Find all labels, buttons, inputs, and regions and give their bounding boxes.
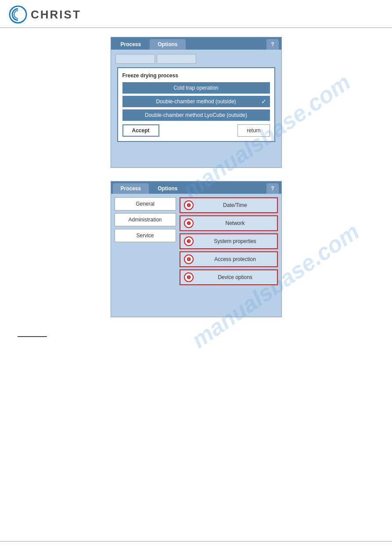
tab-question-1[interactable]: ?: [266, 39, 278, 50]
administration-button[interactable]: Administration: [115, 213, 176, 226]
return-button[interactable]: return: [237, 124, 270, 137]
panel-2: Process Options ? General Administration…: [111, 181, 282, 317]
option-num-4: ❹: [184, 254, 194, 264]
option-label-4: Access protection: [197, 256, 273, 262]
bottom-section: __________: [18, 330, 47, 337]
bottom-underline-text: __________: [18, 331, 47, 337]
christ-logo-icon: [9, 5, 27, 24]
footer-line: [0, 541, 392, 542]
tab-options-2[interactable]: Options: [150, 183, 185, 194]
panel-1: Process Options ? Freeze drying process …: [111, 37, 282, 168]
option-num-1: ❶: [184, 200, 194, 210]
option-network[interactable]: ❷ Network: [180, 215, 278, 231]
logo: CHRIST: [9, 5, 81, 24]
tab-process-1[interactable]: Process: [113, 39, 149, 50]
checkmark-icon: ✓: [261, 98, 266, 105]
dialog-title: Freeze drying process: [122, 73, 270, 79]
tab-question-2[interactable]: ?: [266, 183, 278, 194]
dialog-actions: Accept return: [122, 124, 270, 137]
double-chamber-lyocube-btn[interactable]: Double-chamber method LyoCube (outside): [122, 109, 270, 121]
option-num-5: ❺: [184, 272, 194, 282]
option-num-2: ❷: [184, 218, 194, 228]
header: CHRIST: [0, 0, 392, 28]
tab-bar-1: Process Options ?: [111, 37, 281, 50]
cold-trap-btn[interactable]: Cold trap operation: [122, 82, 270, 94]
tab-process-2[interactable]: Process: [113, 183, 149, 194]
options-layout: General Administration Service ❶ Date/Ti…: [111, 194, 281, 317]
option-label-2: Network: [197, 220, 273, 226]
service-button[interactable]: Service: [115, 229, 176, 242]
option-system-properties[interactable]: ❸ System properties: [180, 233, 278, 249]
tab-bar-2: Process Options ?: [111, 181, 281, 194]
freeze-drying-dialog: Freeze drying process Cold trap operatio…: [117, 67, 275, 142]
option-label-5: Device options: [197, 274, 273, 280]
main-content: Process Options ? Freeze drying process …: [0, 28, 392, 346]
left-column: General Administration Service: [115, 197, 176, 313]
right-column: ❶ Date/Time ❷ Network ❸ System propertie…: [180, 197, 278, 313]
logo-text: CHRIST: [31, 8, 81, 22]
option-access-protection[interactable]: ❹ Access protection: [180, 251, 278, 267]
option-label-3: System properties: [197, 238, 273, 244]
general-button[interactable]: General: [115, 197, 176, 210]
option-label-1: Date/Time: [197, 202, 273, 208]
option-datetime[interactable]: ❶ Date/Time: [180, 197, 278, 213]
double-chamber-btn[interactable]: Double-chamber method (outside) ✓: [122, 96, 270, 107]
option-num-3: ❸: [184, 236, 194, 246]
accept-button[interactable]: Accept: [122, 124, 159, 137]
option-device-options[interactable]: ❺ Device options: [180, 269, 278, 285]
panel-body-1: Freeze drying process Cold trap operatio…: [111, 50, 281, 167]
tab-options-1[interactable]: Options: [150, 39, 185, 50]
